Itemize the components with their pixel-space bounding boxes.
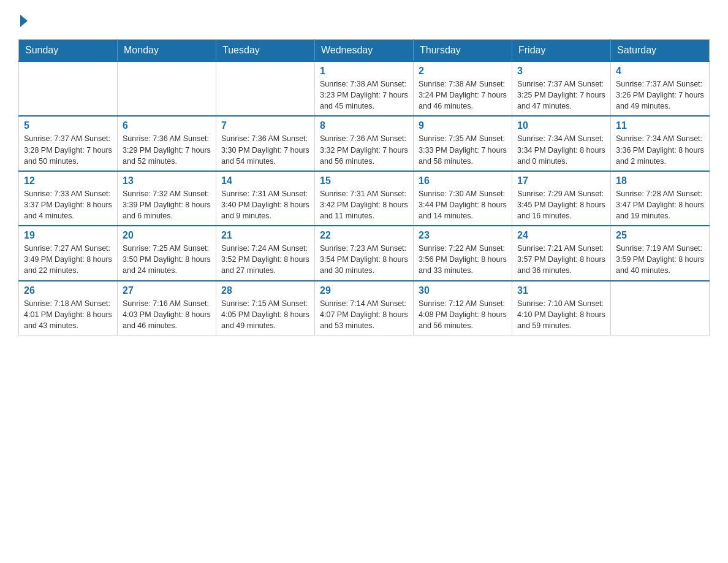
day-number: 13: [123, 175, 211, 186]
day-number: 20: [123, 230, 211, 241]
day-number: 19: [24, 230, 112, 241]
calendar-cell: 3Sunrise: 7:37 AM Sunset: 3:25 PM Daylig…: [512, 61, 611, 116]
week-row-2: 5Sunrise: 7:37 AM Sunset: 3:28 PM Daylig…: [19, 116, 710, 170]
calendar-cell: 28Sunrise: 7:15 AM Sunset: 4:05 PM Dayli…: [216, 281, 315, 335]
calendar-cell: 13Sunrise: 7:32 AM Sunset: 3:39 PM Dayli…: [118, 171, 216, 226]
calendar-cell: 12Sunrise: 7:33 AM Sunset: 3:37 PM Dayli…: [19, 171, 118, 226]
day-info: Sunrise: 7:19 AM Sunset: 3:59 PM Dayligh…: [616, 243, 704, 276]
day-number: 21: [221, 230, 309, 241]
calendar-cell: 1Sunrise: 7:38 AM Sunset: 3:23 PM Daylig…: [315, 61, 414, 116]
calendar-cell: 18Sunrise: 7:28 AM Sunset: 3:47 PM Dayli…: [611, 171, 710, 226]
calendar-cell: 20Sunrise: 7:25 AM Sunset: 3:50 PM Dayli…: [118, 226, 216, 280]
calendar-header-row: SundayMondayTuesdayWednesdayThursdayFrid…: [19, 40, 710, 62]
day-number: 6: [123, 120, 211, 131]
calendar-cell: 6Sunrise: 7:36 AM Sunset: 3:29 PM Daylig…: [118, 116, 216, 170]
calendar-cell: 10Sunrise: 7:34 AM Sunset: 3:34 PM Dayli…: [512, 116, 611, 170]
calendar-cell: 8Sunrise: 7:36 AM Sunset: 3:32 PM Daylig…: [315, 116, 414, 170]
week-row-5: 26Sunrise: 7:18 AM Sunset: 4:01 PM Dayli…: [19, 281, 710, 335]
day-info: Sunrise: 7:37 AM Sunset: 3:26 PM Dayligh…: [616, 79, 704, 112]
day-info: Sunrise: 7:21 AM Sunset: 3:57 PM Dayligh…: [517, 243, 605, 276]
day-info: Sunrise: 7:36 AM Sunset: 3:32 PM Dayligh…: [320, 133, 408, 166]
day-info: Sunrise: 7:38 AM Sunset: 3:23 PM Dayligh…: [320, 79, 408, 112]
calendar-cell: 4Sunrise: 7:37 AM Sunset: 3:26 PM Daylig…: [611, 61, 710, 116]
day-info: Sunrise: 7:24 AM Sunset: 3:52 PM Dayligh…: [221, 243, 309, 276]
calendar-cell: 27Sunrise: 7:16 AM Sunset: 4:03 PM Dayli…: [118, 281, 216, 335]
day-info: Sunrise: 7:14 AM Sunset: 4:07 PM Dayligh…: [320, 298, 408, 331]
calendar-cell: 17Sunrise: 7:29 AM Sunset: 3:45 PM Dayli…: [512, 171, 611, 226]
day-info: Sunrise: 7:31 AM Sunset: 3:40 PM Dayligh…: [221, 188, 309, 221]
day-number: 8: [320, 120, 408, 131]
logo-arrow-icon: [20, 15, 28, 27]
day-info: Sunrise: 7:33 AM Sunset: 3:37 PM Dayligh…: [24, 188, 112, 221]
calendar-cell: 25Sunrise: 7:19 AM Sunset: 3:59 PM Dayli…: [611, 226, 710, 280]
calendar-cell: 22Sunrise: 7:23 AM Sunset: 3:54 PM Dayli…: [315, 226, 414, 280]
calendar-header-friday: Friday: [512, 40, 611, 62]
day-number: 17: [517, 175, 605, 186]
calendar-cell: 31Sunrise: 7:10 AM Sunset: 4:10 PM Dayli…: [512, 281, 611, 335]
day-info: Sunrise: 7:29 AM Sunset: 3:45 PM Dayligh…: [517, 188, 605, 221]
day-info: Sunrise: 7:36 AM Sunset: 3:29 PM Dayligh…: [123, 133, 211, 166]
calendar-cell: [19, 61, 118, 116]
calendar-cell: [118, 61, 216, 116]
calendar-cell: 29Sunrise: 7:14 AM Sunset: 4:07 PM Dayli…: [315, 281, 414, 335]
calendar-cell: 21Sunrise: 7:24 AM Sunset: 3:52 PM Dayli…: [216, 226, 315, 280]
calendar-header-thursday: Thursday: [414, 40, 512, 62]
calendar-header-wednesday: Wednesday: [315, 40, 414, 62]
day-info: Sunrise: 7:38 AM Sunset: 3:24 PM Dayligh…: [419, 79, 507, 112]
day-info: Sunrise: 7:27 AM Sunset: 3:49 PM Dayligh…: [24, 243, 112, 276]
day-number: 5: [24, 120, 112, 131]
calendar-cell: 7Sunrise: 7:36 AM Sunset: 3:30 PM Daylig…: [216, 116, 315, 170]
calendar-cell: 15Sunrise: 7:31 AM Sunset: 3:42 PM Dayli…: [315, 171, 414, 226]
day-number: 4: [616, 66, 704, 77]
day-number: 24: [517, 230, 605, 241]
day-info: Sunrise: 7:32 AM Sunset: 3:39 PM Dayligh…: [123, 188, 211, 221]
day-number: 16: [419, 175, 507, 186]
calendar-cell: 26Sunrise: 7:18 AM Sunset: 4:01 PM Dayli…: [19, 281, 118, 335]
calendar-cell: 23Sunrise: 7:22 AM Sunset: 3:56 PM Dayli…: [414, 226, 512, 280]
day-number: 25: [616, 230, 704, 241]
day-number: 18: [616, 175, 704, 186]
day-info: Sunrise: 7:28 AM Sunset: 3:47 PM Dayligh…: [616, 188, 704, 221]
calendar-cell: 24Sunrise: 7:21 AM Sunset: 3:57 PM Dayli…: [512, 226, 611, 280]
day-info: Sunrise: 7:34 AM Sunset: 3:34 PM Dayligh…: [517, 133, 605, 166]
day-number: 10: [517, 120, 605, 131]
calendar-cell: 2Sunrise: 7:38 AM Sunset: 3:24 PM Daylig…: [414, 61, 512, 116]
calendar-header-saturday: Saturday: [611, 40, 710, 62]
day-number: 23: [419, 230, 507, 241]
day-number: 31: [517, 285, 605, 296]
calendar-cell: 9Sunrise: 7:35 AM Sunset: 3:33 PM Daylig…: [414, 116, 512, 170]
day-number: 15: [320, 175, 408, 186]
day-number: 1: [320, 66, 408, 77]
day-info: Sunrise: 7:10 AM Sunset: 4:10 PM Dayligh…: [517, 298, 605, 331]
day-number: 22: [320, 230, 408, 241]
day-info: Sunrise: 7:37 AM Sunset: 3:28 PM Dayligh…: [24, 133, 112, 166]
calendar-header-monday: Monday: [118, 40, 216, 62]
day-info: Sunrise: 7:31 AM Sunset: 3:42 PM Dayligh…: [320, 188, 408, 221]
day-number: 14: [221, 175, 309, 186]
calendar-cell: [216, 61, 315, 116]
calendar-cell: 14Sunrise: 7:31 AM Sunset: 3:40 PM Dayli…: [216, 171, 315, 226]
day-info: Sunrise: 7:37 AM Sunset: 3:25 PM Dayligh…: [517, 79, 605, 112]
day-info: Sunrise: 7:34 AM Sunset: 3:36 PM Dayligh…: [616, 133, 704, 166]
calendar-header-tuesday: Tuesday: [216, 40, 315, 62]
logo: [18, 12, 28, 27]
day-number: 28: [221, 285, 309, 296]
week-row-3: 12Sunrise: 7:33 AM Sunset: 3:37 PM Dayli…: [19, 171, 710, 226]
week-row-4: 19Sunrise: 7:27 AM Sunset: 3:49 PM Dayli…: [19, 226, 710, 280]
day-number: 27: [123, 285, 211, 296]
day-number: 26: [24, 285, 112, 296]
day-number: 12: [24, 175, 112, 186]
calendar-cell: 11Sunrise: 7:34 AM Sunset: 3:36 PM Dayli…: [611, 116, 710, 170]
day-number: 29: [320, 285, 408, 296]
day-info: Sunrise: 7:23 AM Sunset: 3:54 PM Dayligh…: [320, 243, 408, 276]
day-info: Sunrise: 7:12 AM Sunset: 4:08 PM Dayligh…: [419, 298, 507, 331]
day-number: 30: [419, 285, 507, 296]
day-info: Sunrise: 7:30 AM Sunset: 3:44 PM Dayligh…: [419, 188, 507, 221]
day-number: 9: [419, 120, 507, 131]
day-info: Sunrise: 7:18 AM Sunset: 4:01 PM Dayligh…: [24, 298, 112, 331]
calendar-cell: 30Sunrise: 7:12 AM Sunset: 4:08 PM Dayli…: [414, 281, 512, 335]
day-number: 3: [517, 66, 605, 77]
week-row-1: 1Sunrise: 7:38 AM Sunset: 3:23 PM Daylig…: [19, 61, 710, 116]
day-info: Sunrise: 7:16 AM Sunset: 4:03 PM Dayligh…: [123, 298, 211, 331]
day-info: Sunrise: 7:22 AM Sunset: 3:56 PM Dayligh…: [419, 243, 507, 276]
